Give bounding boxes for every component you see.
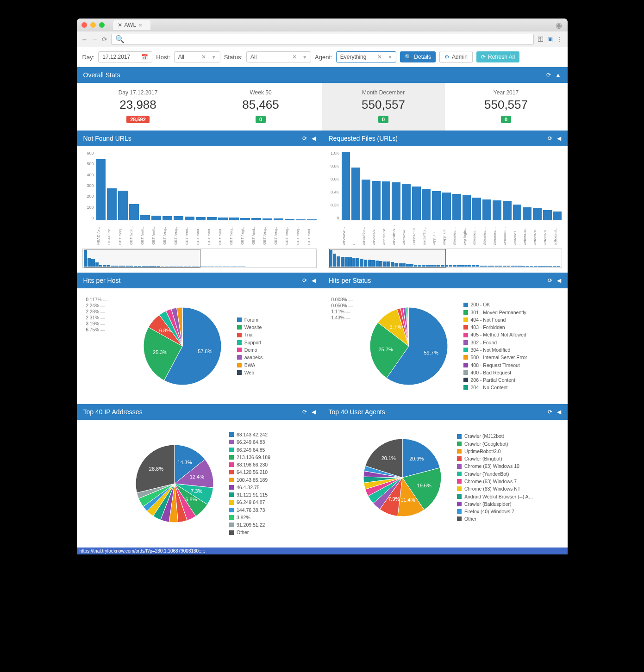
- collapse-icon[interactable]: ◀: [312, 409, 316, 415]
- bar[interactable]: [442, 193, 451, 220]
- clear-icon[interactable]: ✕: [201, 54, 206, 60]
- clear-icon[interactable]: ✕: [292, 54, 297, 60]
- legend-item[interactable]: Website: [237, 324, 263, 331]
- bar[interactable]: [263, 218, 272, 221]
- bar[interactable]: [163, 216, 172, 221]
- bar[interactable]: [553, 212, 562, 221]
- bar[interactable]: [185, 217, 194, 220]
- legend-item[interactable]: 66.249.64.85: [229, 446, 270, 454]
- refresh-icon[interactable]: ⟳: [546, 72, 551, 78]
- bar[interactable]: [240, 218, 250, 221]
- bar[interactable]: [452, 194, 461, 220]
- refresh-icon[interactable]: ⟳: [548, 409, 552, 415]
- extension-icon[interactable]: ▣: [547, 36, 553, 43]
- legend-item[interactable]: Crawler (Googlebot): [457, 440, 533, 448]
- legend-item[interactable]: Demo: [237, 346, 263, 354]
- bar[interactable]: [402, 184, 411, 221]
- legend-item[interactable]: 63.143.42.242: [229, 431, 270, 438]
- browser-tab[interactable]: ✕ AWL ✕: [113, 20, 151, 30]
- refresh-icon[interactable]: ⟳: [302, 135, 307, 142]
- bar[interactable]: [382, 181, 391, 220]
- legend-item[interactable]: 88.198.66.230: [229, 461, 270, 468]
- bar[interactable]: [96, 159, 106, 221]
- bar[interactable]: [107, 188, 117, 220]
- refresh-icon[interactable]: ⟳: [302, 409, 307, 415]
- bar[interactable]: [307, 219, 317, 220]
- collapse-icon[interactable]: ◀: [312, 277, 316, 284]
- legend-item[interactable]: 204 - No Content: [463, 384, 527, 391]
- legend-item[interactable]: 500 - Internal Server Error: [463, 354, 527, 361]
- menu-icon[interactable]: ⋮: [556, 36, 563, 43]
- legend-item[interactable]: 91.209.51.22: [229, 521, 270, 529]
- bar[interactable]: [296, 219, 306, 221]
- bar[interactable]: [513, 205, 522, 221]
- legend-item[interactable]: 304 - Not Modified: [463, 346, 527, 354]
- legend-item[interactable]: 100.43.85.189: [229, 476, 270, 484]
- bar[interactable]: [493, 200, 501, 221]
- bar[interactable]: [372, 181, 381, 221]
- legend-item[interactable]: 400 - Bad Request: [463, 369, 527, 376]
- bar[interactable]: [543, 210, 552, 221]
- legend-item[interactable]: Firefox (40) Windows 7: [457, 508, 533, 515]
- minimap[interactable]: [328, 249, 562, 268]
- stat-card[interactable]: Month December 550,557 0: [322, 83, 445, 131]
- legend-item[interactable]: Chrome (63) Windows 10: [457, 462, 533, 470]
- bar[interactable]: [218, 218, 228, 221]
- refresh-button[interactable]: ⟳ Refresh All: [476, 51, 519, 62]
- maximize-icon[interactable]: [99, 22, 105, 28]
- bar[interactable]: [362, 180, 370, 221]
- legend-item[interactable]: 66.249.64.87: [229, 498, 270, 506]
- legend-item[interactable]: 91.121.91.115: [229, 491, 270, 498]
- legend-item[interactable]: Crawler (Baiduspider): [457, 500, 533, 508]
- minimize-icon[interactable]: [90, 22, 96, 28]
- stat-card[interactable]: Week 50 85,465 0: [200, 83, 322, 131]
- legend-item[interactable]: Crawler (Bingbot): [457, 455, 533, 462]
- legend-item[interactable]: 302 - Found: [463, 339, 527, 346]
- minimap-selection[interactable]: [84, 249, 200, 268]
- legend-item[interactable]: Other: [457, 515, 533, 523]
- legend-item[interactable]: Web: [237, 369, 263, 376]
- collapse-icon[interactable]: ◀: [557, 135, 561, 142]
- legend-item[interactable]: Trial: [237, 331, 263, 338]
- reload-icon[interactable]: ⟳: [102, 36, 107, 43]
- bar[interactable]: [129, 204, 139, 220]
- legend-item[interactable]: aaapeks: [237, 354, 263, 361]
- bar[interactable]: [196, 217, 206, 221]
- tab-close-icon[interactable]: ✕: [138, 23, 142, 28]
- legend-item[interactable]: 405 - Method Not Allowed: [463, 331, 527, 338]
- clear-icon[interactable]: ✕: [377, 54, 382, 60]
- bar[interactable]: [229, 218, 239, 220]
- minimap[interactable]: [82, 249, 317, 268]
- status-select[interactable]: All ✕ ▼: [246, 51, 311, 62]
- user-icon[interactable]: ◉: [556, 21, 562, 30]
- bar[interactable]: [392, 182, 400, 221]
- legend-item[interactable]: 200 - OK: [463, 301, 527, 308]
- host-select[interactable]: All ✕ ▼: [174, 51, 220, 62]
- collapse-icon[interactable]: ◀: [557, 409, 561, 415]
- bar[interactable]: [251, 218, 261, 220]
- bar[interactable]: [118, 191, 128, 220]
- legend-item[interactable]: Chrome (63) Windows 7: [457, 478, 533, 485]
- back-icon[interactable]: ←: [81, 36, 88, 43]
- collapse-icon[interactable]: ▲: [556, 72, 561, 78]
- bar[interactable]: [482, 199, 491, 220]
- bar[interactable]: [285, 219, 294, 220]
- legend-item[interactable]: 408 - Request Timeout: [463, 361, 527, 369]
- legend-item[interactable]: Android Webkit Browser (--) A…: [457, 493, 533, 500]
- bar[interactable]: [422, 189, 431, 221]
- refresh-icon[interactable]: ⟳: [302, 277, 307, 284]
- legend-item[interactable]: 404 - Not Found: [463, 316, 527, 324]
- legend-item[interactable]: Chrome (63) Windows NT: [457, 485, 533, 492]
- legend-item[interactable]: 144.76.38.73: [229, 506, 270, 514]
- legend-item[interactable]: 66.249.64.83: [229, 438, 270, 446]
- bar[interactable]: [472, 198, 481, 221]
- bar[interactable]: [432, 191, 441, 220]
- bar[interactable]: [412, 187, 421, 221]
- legend-item[interactable]: 301 - Moved Permanently: [463, 309, 527, 316]
- key-icon[interactable]: ⚿: [538, 36, 544, 43]
- legend-item[interactable]: 403 - Forbidden: [463, 324, 527, 331]
- forward-icon[interactable]: →: [92, 36, 98, 43]
- address-bar[interactable]: 🔍: [111, 34, 534, 45]
- admin-button[interactable]: ⚙ Admin: [439, 51, 473, 63]
- legend-item[interactable]: Support: [237, 339, 263, 346]
